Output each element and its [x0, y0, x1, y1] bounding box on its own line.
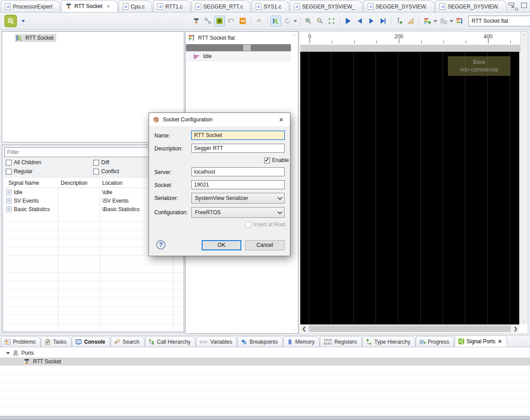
- scroll-up-icon[interactable]: ⌃: [522, 33, 527, 39]
- expand-collapse-icon[interactable]: [6, 352, 10, 354]
- zoom-fit-button[interactable]: [326, 16, 337, 26]
- c-file-icon: .c: [294, 3, 300, 10]
- tab-rtt1-c[interactable]: .cRTT1.c: [153, 0, 190, 12]
- scroll-right-icon[interactable]: ❯: [512, 325, 519, 333]
- signal-trace-button[interactable]: [270, 16, 281, 26]
- zoom-tool-button[interactable]: [4, 15, 17, 27]
- tab-type-hierarchy[interactable]: Type Hierarchy: [362, 336, 415, 347]
- tab-sys1-c[interactable]: .cSYS1.c: [252, 0, 289, 12]
- add-chart-button[interactable]: [422, 16, 433, 26]
- description-field[interactable]: [191, 144, 285, 153]
- flat-overview-thumb[interactable]: [243, 45, 251, 51]
- tab-segger-sysview-2[interactable]: .cSEGGER_SYSVIEW.: [364, 0, 435, 12]
- nav-first-button[interactable]: [343, 16, 353, 26]
- serializer-combo[interactable]: SystemView Serializer: [191, 193, 285, 204]
- checkbox-box[interactable]: [245, 222, 251, 228]
- tab-call-hierarchy[interactable]: Call Hierarchy: [145, 336, 195, 347]
- tab-registers[interactable]: 10100101Registers: [320, 336, 362, 347]
- tab-segger-sysview-1[interactable]: .cSEGGER_SYSVIEW_: [290, 0, 363, 12]
- chart-horizontal-scrollbar[interactable]: ❮ ❯: [300, 325, 519, 333]
- ports-rtt-socket-item[interactable]: RTT Socket: [0, 358, 530, 366]
- restart-button[interactable]: [282, 16, 293, 26]
- tab-signal-ports[interactable]: Signal Ports✕: [455, 335, 507, 347]
- timeline-plot-area[interactable]: Base non-commercial: [300, 52, 519, 324]
- chart-vertical-scrollbar[interactable]: ⌃ ⌄: [520, 32, 528, 324]
- column-description[interactable]: Description: [58, 180, 99, 186]
- tab-search[interactable]: Search: [111, 336, 145, 347]
- enable-checkbox[interactable]: Enable: [264, 157, 289, 163]
- zoom-in-button[interactable]: [303, 16, 314, 26]
- flat-chart-header[interactable]: RTT Socket flat: [186, 32, 298, 44]
- insert-at-root-checkbox[interactable]: Insert at Root: [245, 221, 286, 228]
- tab-segger-sysview-3[interactable]: .cSEGGER_SYSVIEW.: [435, 0, 506, 12]
- chart-sort-button[interactable]: [454, 16, 465, 26]
- close-icon[interactable]: ✕: [498, 338, 502, 345]
- nav-previous-button[interactable]: [354, 16, 365, 26]
- minimize-icon[interactable]: [509, 3, 514, 7]
- scroll-down-icon[interactable]: ⌄: [522, 317, 527, 323]
- tab-memory[interactable]: Memory: [283, 336, 319, 347]
- flat-row-idle[interactable]: Idle: [186, 52, 291, 61]
- nav-next-button[interactable]: [366, 16, 377, 26]
- configuration-combo[interactable]: FreeRTOS: [191, 207, 285, 218]
- add-cursor-button[interactable]: [394, 16, 405, 26]
- checkbox-all-children[interactable]: All Children: [6, 159, 93, 166]
- checkbox-box[interactable]: [264, 158, 270, 163]
- chart-selector-combo[interactable]: RTT Socket flat: [468, 16, 530, 26]
- name-field[interactable]: [191, 131, 285, 140]
- flat-overview-bar[interactable]: [186, 44, 291, 51]
- checkbox-regular[interactable]: Regular: [6, 168, 93, 175]
- column-location[interactable]: Location: [99, 180, 122, 186]
- dialog-titlebar[interactable]: Socket Configuration ✕: [149, 113, 290, 126]
- close-icon[interactable]: ✕: [276, 116, 286, 123]
- tab-processorexpert[interactable]: .cProcessorExpert: [1, 0, 60, 12]
- checkbox-box[interactable]: [6, 160, 12, 166]
- play-pause-button[interactable]: [237, 16, 248, 26]
- nav-last-button[interactable]: [377, 16, 388, 26]
- dialog-title: Socket Configuration: [163, 116, 273, 123]
- cell-location: \Basic Statistics: [99, 206, 140, 212]
- scroll-up-icon[interactable]: ⌃: [291, 33, 297, 39]
- cancel-button[interactable]: Cancel: [245, 240, 285, 250]
- tab-cpu-c[interactable]: .cCpu.c: [119, 0, 152, 12]
- tab-segger-rtt-c[interactable]: .cSEGGER_RTT.c: [191, 0, 251, 12]
- server-field[interactable]: [191, 167, 285, 176]
- tab-rtt-socket[interactable]: RTT Socket ✕: [61, 0, 118, 12]
- chart-settings-button[interactable]: [438, 16, 449, 26]
- checkbox-box[interactable]: [93, 169, 99, 175]
- scroll-left-icon[interactable]: ❮: [300, 325, 308, 333]
- timeline-ruler[interactable]: 0 200 400: [300, 32, 520, 44]
- restart-dropdown-icon[interactable]: [294, 20, 297, 22]
- tab-progress[interactable]: Progress: [416, 336, 454, 347]
- name-label: Name:: [154, 133, 170, 139]
- gesture-button[interactable]: [254, 16, 265, 26]
- column-signal-name[interactable]: Signal Name: [4, 180, 58, 186]
- scroll-down-icon[interactable]: ⌄: [291, 326, 297, 332]
- help-button[interactable]: ?: [156, 240, 166, 250]
- ports-root-item[interactable]: Ports: [0, 348, 530, 358]
- checkbox-box[interactable]: [93, 160, 99, 166]
- chart-settings-dropdown-icon[interactable]: [450, 20, 453, 22]
- close-icon[interactable]: ✕: [107, 4, 110, 9]
- link-button[interactable]: [203, 16, 213, 26]
- tab-variables[interactable]: (x)=Variables: [196, 336, 237, 347]
- checkbox-box[interactable]: [6, 169, 12, 175]
- tab-console[interactable]: Console: [72, 336, 110, 347]
- scrollbar-thumb[interactable]: [309, 325, 511, 332]
- record-button[interactable]: [214, 16, 225, 26]
- ok-button[interactable]: OK: [202, 240, 241, 250]
- tab-breakpoints[interactable]: Breakpoints: [237, 336, 282, 347]
- zoom-tool-dropdown-icon[interactable]: [21, 20, 25, 22]
- zoom-out-button[interactable]: [315, 16, 325, 26]
- socket-configuration-dialog: Socket Configuration ✕ Name: Description…: [149, 112, 290, 256]
- signals-root-item[interactable]: RTT Socket: [15, 34, 56, 42]
- add-chart-dropdown-icon[interactable]: [434, 20, 437, 22]
- socket-field[interactable]: [191, 180, 285, 189]
- socket-port-button[interactable]: [191, 16, 202, 26]
- measure-button[interactable]: [406, 16, 416, 26]
- maximize-icon[interactable]: [521, 3, 526, 7]
- tab-problems[interactable]: Problems: [1, 336, 41, 347]
- repeat-button[interactable]: [226, 16, 236, 26]
- timeline-overview-bar[interactable]: [300, 45, 520, 52]
- tab-tasks[interactable]: Tasks: [41, 336, 72, 347]
